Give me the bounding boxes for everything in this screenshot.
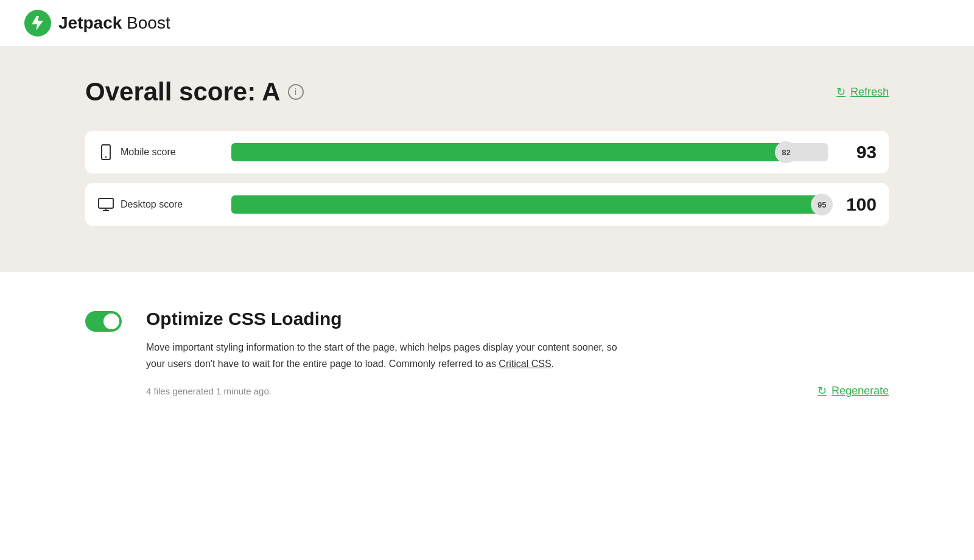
mobile-bar-fill: 82 [231, 143, 786, 161]
info-icon[interactable]: i [288, 84, 304, 100]
desktop-bar-track: 95 [231, 195, 828, 214]
app-header: Jetpack Boost [0, 0, 974, 47]
desktop-score-bar-container: Desktop score 95 100 [85, 183, 889, 226]
optimize-css-title: Optimize CSS Loading [146, 309, 889, 329]
features-section: Optimize CSS Loading Move important styl… [0, 272, 974, 458]
mobile-current-score: 93 [840, 142, 877, 163]
svg-rect-3 [99, 198, 113, 208]
jetpack-logo-icon [24, 10, 51, 37]
optimize-css-content: Optimize CSS Loading Move important styl… [146, 309, 889, 397]
desktop-score-label: Desktop score [97, 196, 219, 213]
refresh-button[interactable]: ↻ Refresh [836, 85, 889, 99]
desktop-current-score: 100 [840, 194, 877, 215]
optimize-css-toggle[interactable] [85, 311, 122, 332]
svg-point-2 [105, 156, 107, 158]
app-title: Jetpack Boost [58, 13, 170, 33]
mobile-bar-track: 82 [231, 143, 828, 161]
regenerate-button[interactable]: ↻ Regenerate [818, 384, 889, 397]
mobile-score-label: Mobile score [97, 144, 219, 161]
desktop-bar-fill: 95 [231, 195, 822, 214]
overall-score-text: Overall score: A [85, 77, 281, 107]
optimize-css-footer: 4 files generated 1 minute ago. ↻ Regene… [146, 384, 889, 397]
critical-css-link[interactable]: Critical CSS [499, 359, 551, 369]
regenerate-icon: ↻ [818, 384, 827, 397]
optimize-css-status: 4 files generated 1 minute ago. [146, 386, 272, 396]
overall-score-label: Overall score: A i [85, 77, 304, 107]
overall-score-row: Overall score: A i ↻ Refresh [85, 77, 889, 107]
mobile-score-bar-container: Mobile score 82 93 [85, 131, 889, 173]
optimize-css-description: Move important styling information to th… [146, 339, 621, 372]
mobile-previous-score: 82 [775, 141, 797, 163]
toggle-knob [103, 313, 119, 329]
mobile-icon [97, 144, 114, 161]
refresh-icon: ↻ [836, 85, 846, 99]
desktop-previous-score: 95 [811, 194, 833, 215]
score-section: Overall score: A i ↻ Refresh Mobile scor… [0, 47, 974, 272]
optimize-css-feature: Optimize CSS Loading Move important styl… [85, 309, 889, 397]
desktop-icon [97, 196, 114, 213]
